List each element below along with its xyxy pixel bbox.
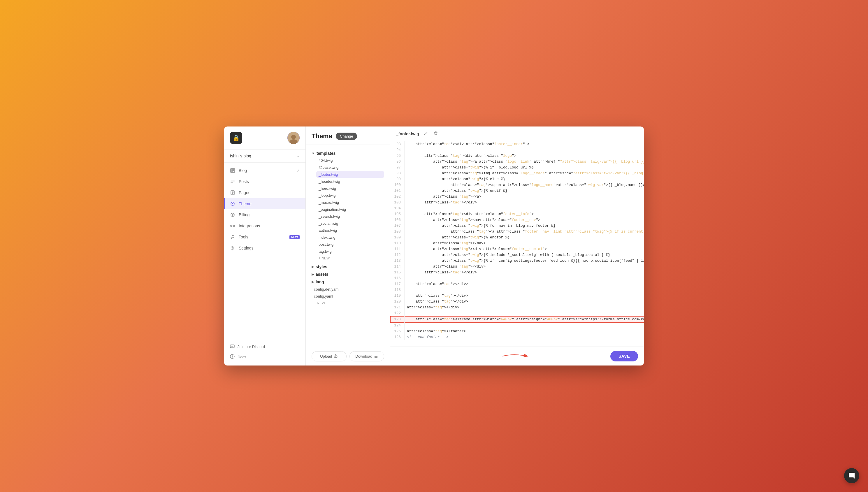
folder-arrow-icon: ▶ — [312, 272, 314, 276]
line-code: attr">class="tag"></div> — [404, 304, 644, 311]
line-code: attr">class="tag"><a attr">class="logo__… — [404, 159, 644, 165]
line-code: attr">class="tag"><nav attr">class="foot… — [404, 217, 644, 223]
sidebar-item-pages[interactable]: Pages — [224, 187, 305, 198]
file-hero[interactable]: _hero.twig — [316, 185, 384, 192]
root-add-new[interactable]: + NEW — [312, 300, 384, 306]
line-number: 93 — [391, 141, 404, 147]
file-header[interactable]: _header.twig — [316, 178, 384, 185]
sidebar-item-tools[interactable]: Tools NEW — [224, 231, 305, 243]
assets-folder[interactable]: ▶ assets — [306, 270, 390, 278]
sidebar-footer: Join our Discord Docs — [224, 338, 305, 366]
blog-icon — [230, 168, 235, 173]
blog-label: Blog — [239, 168, 247, 173]
line-code: attr">class="tag"></a> — [404, 194, 644, 200]
line-code — [404, 311, 644, 317]
line-number: 124 — [391, 323, 404, 329]
line-number: 103 — [391, 200, 404, 205]
discord-link[interactable]: Join our Discord — [230, 342, 300, 352]
file-404[interactable]: 404.twig — [316, 157, 384, 164]
line-code — [404, 287, 644, 293]
editor-panel: _footer.twig 93 attr">class="tag"><div a… — [390, 126, 644, 366]
file-search[interactable]: _search.twig — [316, 213, 384, 220]
file-post[interactable]: post.twig — [316, 241, 384, 248]
billing-label: Billing — [239, 213, 249, 217]
line-code: attr">class="twig">{% for nav in _blog.n… — [404, 223, 644, 229]
line-code: attr">class="tag"></div> — [404, 264, 644, 270]
line-code: attr">class="tag"></div> — [404, 293, 644, 299]
file-index[interactable]: index.twig — [316, 234, 384, 241]
line-number: 105 — [391, 211, 404, 217]
file-footer[interactable]: _footer.twig — [316, 171, 384, 178]
upload-label: Upload — [320, 354, 332, 359]
delete-file-button[interactable] — [432, 130, 439, 138]
line-code: attr">class="twig">{% endif %} — [404, 188, 644, 194]
lang-label: lang — [316, 279, 324, 284]
code-editor[interactable]: 93 attr">class="tag"><div attr">class="f… — [390, 141, 644, 347]
chat-icon — [848, 472, 855, 479]
line-number: 114 — [391, 264, 404, 270]
file-config-def[interactable]: config.def.yaml — [312, 286, 384, 293]
line-code: attr">class="tag"></footer> — [404, 328, 644, 334]
main-nav: Blog ↗ Posts Pages Theme — [224, 163, 305, 338]
line-code: attr">class="tag"><a attr">class="footer… — [404, 229, 644, 235]
change-theme-button[interactable]: Change — [336, 132, 357, 140]
active-indicator — [224, 198, 225, 209]
file-panel-header: Theme Change — [306, 126, 390, 145]
sidebar-item-blog[interactable]: Blog ↗ — [224, 165, 305, 176]
line-code: attr">class="twig">{% if _blog.logo_url … — [404, 165, 644, 171]
file-macro[interactable]: _macro.twig — [316, 199, 384, 206]
line-code: attr">class="tag"></div> — [404, 270, 644, 275]
user-avatar[interactable] — [288, 132, 300, 144]
line-code: attr">class="twig">{% endfor %} — [404, 235, 644, 241]
file-loop[interactable]: _loop.twig — [316, 192, 384, 199]
line-number: 100 — [391, 182, 404, 188]
blog-selector[interactable]: Ishini's blog ⌄ — [224, 149, 305, 163]
file-tag[interactable]: tag.twig — [316, 248, 384, 255]
sidebar-item-posts[interactable]: Posts — [224, 176, 305, 187]
chat-button[interactable] — [844, 468, 859, 483]
sidebar-item-settings[interactable]: Settings — [224, 243, 305, 253]
svg-rect-18 — [230, 345, 234, 348]
file-config[interactable]: config.yaml — [312, 293, 384, 300]
line-code — [404, 147, 644, 153]
save-button[interactable]: SAVE — [610, 351, 638, 362]
blog-name: Ishini's blog — [230, 154, 251, 158]
sidebar-item-billing[interactable]: Billing — [224, 209, 305, 220]
file-social[interactable]: _social.twig — [316, 220, 384, 227]
posts-label: Posts — [239, 179, 249, 184]
upload-button[interactable]: Upload — [312, 351, 347, 362]
edit-filename-button[interactable] — [423, 130, 429, 138]
editor-header: _footer.twig — [390, 126, 644, 141]
line-code: attr">class="twig">{% include '_social.t… — [404, 252, 644, 258]
docs-label: Docs — [238, 355, 246, 359]
discord-label: Join our Discord — [238, 345, 265, 349]
download-button[interactable]: Download — [349, 351, 385, 362]
lang-folder[interactable]: ▶ lang — [306, 278, 390, 286]
line-number: 117 — [391, 281, 404, 287]
docs-link[interactable]: Docs — [230, 352, 300, 362]
theme-icon — [230, 201, 235, 206]
tools-label: Tools — [239, 235, 248, 239]
chevron-down-icon: ⌄ — [297, 154, 300, 158]
line-number: 113 — [391, 258, 404, 264]
file-tree: ▼ templates 404.twig @base.twig _footer.… — [306, 145, 390, 347]
templates-folder-toggle[interactable]: ▼ templates — [312, 150, 384, 157]
line-number: 118 — [391, 287, 404, 293]
styles-folder[interactable]: ▶ styles — [306, 263, 390, 270]
line-number: 126 — [391, 334, 404, 340]
file-pagination[interactable]: _pagination.twig — [316, 206, 384, 213]
line-code: attr">class="tag"></div> — [404, 299, 644, 304]
line-number: 96 — [391, 159, 404, 165]
templates-folder: ▼ templates 404.twig @base.twig _footer.… — [306, 148, 390, 263]
line-code: attr">class="tag"><div attr">class="foot… — [404, 141, 644, 147]
file-base[interactable]: @base.twig — [316, 164, 384, 171]
new-badge: NEW — [290, 235, 300, 239]
line-number: 112 — [391, 252, 404, 258]
sidebar-item-integrations[interactable]: Integrations — [224, 220, 305, 231]
line-code — [404, 323, 644, 329]
file-author[interactable]: author.twig — [316, 227, 384, 234]
line-code: attr">class="tag"></div> — [404, 200, 644, 205]
line-number: 122 — [391, 311, 404, 317]
sidebar-item-theme[interactable]: Theme — [224, 198, 305, 209]
templates-add-new[interactable]: + NEW — [316, 255, 384, 262]
